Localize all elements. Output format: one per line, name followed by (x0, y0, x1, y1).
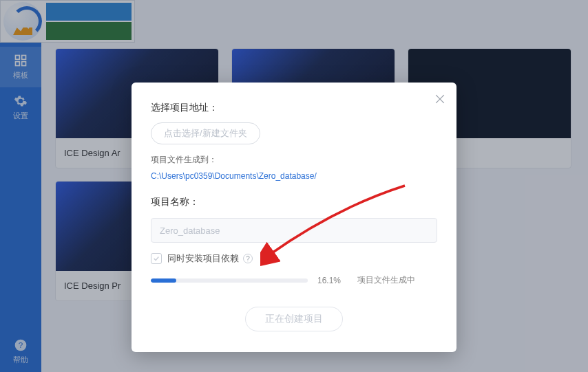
generate-path: C:\Users\pc0359\Documents\Zero_database/ (151, 171, 437, 181)
section-label-name: 项目名称： (151, 196, 437, 208)
progress-percent: 16.1% (317, 276, 341, 285)
progress-status: 项目文件生成中 (357, 274, 415, 286)
select-folder-label: 点击选择/新建文件夹 (164, 128, 247, 138)
checkbox-icon (151, 253, 162, 264)
create-project-button[interactable]: 正在创建项目 (245, 307, 343, 331)
help-circle-icon[interactable]: ? (243, 254, 253, 263)
modal-overlay: 选择项目地址： 点击选择/新建文件夹 项目文件生成到： C:\Users\pc0… (0, 0, 588, 372)
install-deps-label: 同时安装项目依赖 (167, 252, 239, 265)
project-name-input[interactable] (151, 218, 437, 243)
progress-row: 16.1% 项目文件生成中 (151, 274, 437, 286)
select-folder-button[interactable]: 点击选择/新建文件夹 (151, 122, 260, 144)
create-project-dialog: 选择项目地址： 点击选择/新建文件夹 项目文件生成到： C:\Users\pc0… (132, 83, 456, 352)
progress-fill (151, 278, 176, 283)
progress-bar (151, 278, 308, 283)
section-label-address: 选择项目地址： (151, 102, 437, 114)
generate-to-label: 项目文件生成到： (151, 154, 437, 166)
create-project-label: 正在创建项目 (265, 313, 323, 324)
install-deps-row[interactable]: 同时安装项目依赖 ? (151, 252, 437, 265)
close-button[interactable] (433, 92, 447, 106)
